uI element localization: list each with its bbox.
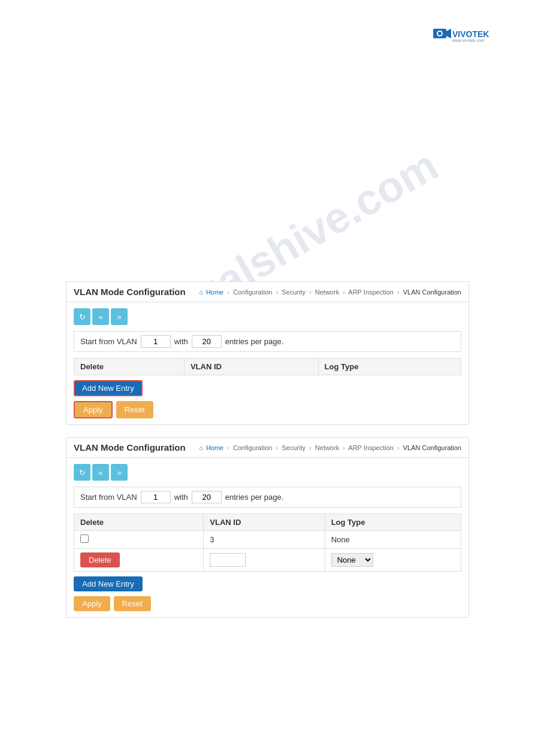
panel-2-table: Delete VLAN ID Log Type 3 None bbox=[74, 514, 461, 572]
reset-button-1[interactable]: Reset bbox=[116, 401, 153, 418]
table-row: 3 None bbox=[74, 531, 461, 549]
apply-button-2[interactable]: Apply bbox=[74, 596, 110, 611]
logo: VIVOTEK www.vivotek.com bbox=[433, 24, 505, 47]
apply-button-1[interactable]: Apply bbox=[74, 401, 113, 418]
entries-per-page-input[interactable] bbox=[192, 335, 222, 348]
panel-2-title: VLAN Mode Configuration bbox=[74, 442, 186, 453]
panel-1-actions: Add New Entry bbox=[74, 380, 461, 396]
vlan-id-input-cell[interactable] bbox=[204, 549, 325, 572]
next-button[interactable]: » bbox=[111, 308, 128, 325]
checkbox-cell[interactable] bbox=[74, 531, 204, 549]
entries-label: entries per page. bbox=[225, 337, 284, 346]
panel-1-header: VLAN Mode Configuration Home › Configura… bbox=[67, 282, 468, 302]
panel-1: VLAN Mode Configuration Home › Configura… bbox=[66, 281, 469, 425]
panel-2-filter: Start from VLAN with entries per page. bbox=[74, 487, 461, 508]
log-type-cell: None bbox=[325, 531, 461, 549]
col-log-type: Log Type bbox=[318, 359, 461, 375]
panel-2-body: ↻ « » Start from VLAN with entries per p… bbox=[67, 458, 468, 617]
panel-1-table: Delete VLAN ID Log Type bbox=[74, 358, 461, 375]
reset-button-2[interactable]: Reset bbox=[114, 596, 151, 611]
panel-1-title: VLAN Mode Configuration bbox=[74, 287, 186, 297]
home-icon bbox=[199, 289, 204, 296]
home-icon-2 bbox=[199, 444, 204, 451]
delete-btn-cell[interactable]: Delete bbox=[74, 549, 204, 572]
svg-point-2 bbox=[438, 32, 442, 35]
log-type-select-cell[interactable]: None Deny Permit bbox=[325, 549, 461, 572]
panel-1-toolbar: ↻ « » bbox=[74, 308, 461, 325]
panel-2-actions: Add New Entry bbox=[74, 576, 461, 591]
svg-text:VIVOTEK: VIVOTEK bbox=[452, 29, 489, 39]
next-button-2[interactable]: » bbox=[111, 464, 128, 481]
log-type-select[interactable]: None Deny Permit bbox=[331, 553, 373, 567]
entries-label-2: entries per page. bbox=[225, 493, 284, 502]
vlan-id-cell: 3 bbox=[204, 531, 325, 549]
start-from-label: Start from VLAN bbox=[80, 337, 137, 346]
start-vlan-input-2[interactable] bbox=[141, 491, 171, 503]
start-from-label-2: Start from VLAN bbox=[80, 493, 137, 502]
row-checkbox[interactable] bbox=[80, 535, 89, 543]
panel-1-body: ↻ « » Start from VLAN with entries per p… bbox=[67, 302, 468, 424]
panel-2: VLAN Mode Configuration Home › Configura… bbox=[66, 437, 469, 618]
panel-1-breadcrumb: Home › Configuration › Security › Networ… bbox=[199, 289, 461, 296]
new-entry-row: Delete None Deny Permit bbox=[74, 549, 461, 572]
with-label-2: with bbox=[174, 493, 188, 502]
entries-per-page-input-2[interactable] bbox=[192, 491, 222, 503]
panel-2-breadcrumb: Home › Configuration › Security › Networ… bbox=[199, 444, 461, 451]
col-vlan-id: VLAN ID bbox=[184, 359, 318, 375]
refresh-button[interactable]: ↻ bbox=[74, 308, 90, 325]
add-new-entry-button-1[interactable]: Add New Entry bbox=[74, 380, 143, 396]
col-vlan-id-2: VLAN ID bbox=[204, 514, 325, 531]
with-label: with bbox=[174, 337, 188, 346]
svg-marker-3 bbox=[446, 29, 451, 38]
svg-text:www.vivotek.com: www.vivotek.com bbox=[452, 38, 485, 42]
col-log-type-2: Log Type bbox=[325, 514, 461, 531]
col-delete: Delete bbox=[74, 359, 185, 375]
panel-2-header: VLAN Mode Configuration Home › Configura… bbox=[67, 438, 468, 458]
panel-2-submit-row: Apply Reset bbox=[74, 596, 461, 611]
add-new-entry-button-2[interactable]: Add New Entry bbox=[74, 576, 143, 591]
breadcrumb-home[interactable]: Home bbox=[206, 289, 223, 296]
panel-1-filter: Start from VLAN with entries per page. bbox=[74, 331, 461, 352]
delete-button[interactable]: Delete bbox=[80, 552, 120, 567]
breadcrumb-home-2[interactable]: Home bbox=[206, 444, 223, 451]
prev-button[interactable]: « bbox=[92, 308, 109, 325]
start-vlan-input[interactable] bbox=[141, 335, 171, 348]
panel-1-submit-row: Apply Reset bbox=[74, 401, 461, 418]
vlan-id-input[interactable] bbox=[210, 553, 246, 567]
col-delete-2: Delete bbox=[74, 514, 204, 531]
panel-2-toolbar: ↻ « » bbox=[74, 464, 461, 481]
prev-button-2[interactable]: « bbox=[92, 464, 109, 481]
refresh-button-2[interactable]: ↻ bbox=[74, 464, 90, 481]
